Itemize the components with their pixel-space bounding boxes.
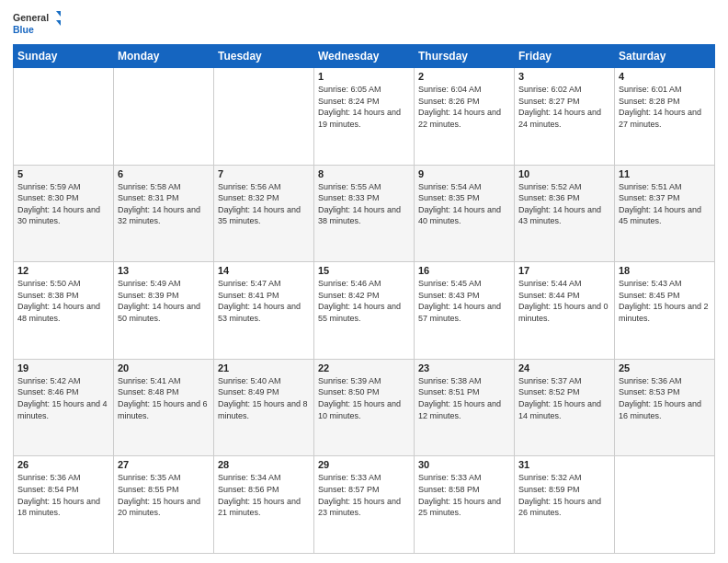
calendar-table: SundayMondayTuesdayWednesdayThursdayFrid…: [13, 44, 715, 554]
calendar-cell: [214, 68, 314, 166]
day-info: Sunrise: 5:52 AM Sunset: 8:36 PM Dayligh…: [518, 181, 610, 227]
day-info: Sunrise: 5:33 AM Sunset: 8:58 PM Dayligh…: [418, 472, 510, 518]
day-number: 8: [318, 168, 410, 179]
calendar-cell: 19Sunrise: 5:42 AM Sunset: 8:46 PM Dayli…: [14, 359, 114, 456]
day-info: Sunrise: 5:42 AM Sunset: 8:46 PM Dayligh…: [17, 375, 109, 421]
weekday-header-saturday: Saturday: [615, 45, 715, 68]
calendar-cell: 6Sunrise: 5:58 AM Sunset: 8:31 PM Daylig…: [114, 165, 214, 262]
day-info: Sunrise: 6:01 AM Sunset: 8:28 PM Dayligh…: [619, 84, 711, 130]
calendar-cell: 4Sunrise: 6:01 AM Sunset: 8:28 PM Daylig…: [615, 68, 715, 166]
day-info: Sunrise: 5:47 AM Sunset: 8:41 PM Dayligh…: [218, 278, 310, 324]
calendar-cell: 18Sunrise: 5:43 AM Sunset: 8:45 PM Dayli…: [615, 262, 715, 360]
calendar-cell: 22Sunrise: 5:39 AM Sunset: 8:50 PM Dayli…: [314, 359, 415, 456]
calendar-cell: 8Sunrise: 5:55 AM Sunset: 8:33 PM Daylig…: [314, 165, 415, 262]
calendar-cell: 23Sunrise: 5:38 AM Sunset: 8:51 PM Dayli…: [415, 359, 515, 456]
day-info: Sunrise: 5:33 AM Sunset: 8:57 PM Dayligh…: [318, 472, 410, 518]
day-info: Sunrise: 6:05 AM Sunset: 8:24 PM Dayligh…: [318, 84, 410, 130]
calendar-cell: 11Sunrise: 5:51 AM Sunset: 8:37 PM Dayli…: [615, 165, 715, 262]
day-info: Sunrise: 5:46 AM Sunset: 8:42 PM Dayligh…: [318, 278, 410, 324]
calendar-cell: [615, 456, 715, 554]
calendar-cell: 31Sunrise: 5:32 AM Sunset: 8:59 PM Dayli…: [515, 456, 615, 554]
calendar-cell: 14Sunrise: 5:47 AM Sunset: 8:41 PM Dayli…: [214, 262, 314, 360]
calendar-cell: 5Sunrise: 5:59 AM Sunset: 8:30 PM Daylig…: [14, 165, 114, 262]
logo: General Blue: [13, 9, 61, 39]
day-number: 17: [518, 265, 610, 276]
calendar-cell: 1Sunrise: 6:05 AM Sunset: 8:24 PM Daylig…: [314, 68, 415, 166]
day-info: Sunrise: 5:43 AM Sunset: 8:45 PM Dayligh…: [619, 278, 711, 324]
calendar-week-5: 26Sunrise: 5:36 AM Sunset: 8:54 PM Dayli…: [14, 456, 715, 554]
day-number: 26: [17, 459, 109, 470]
day-number: 3: [518, 71, 610, 82]
day-info: Sunrise: 5:35 AM Sunset: 8:55 PM Dayligh…: [118, 472, 210, 518]
day-number: 20: [118, 362, 210, 373]
day-number: 10: [518, 168, 610, 179]
calendar-cell: 12Sunrise: 5:50 AM Sunset: 8:38 PM Dayli…: [14, 262, 114, 360]
calendar-cell: 28Sunrise: 5:34 AM Sunset: 8:56 PM Dayli…: [214, 456, 314, 554]
calendar-cell: 27Sunrise: 5:35 AM Sunset: 8:55 PM Dayli…: [114, 456, 214, 554]
day-info: Sunrise: 5:32 AM Sunset: 8:59 PM Dayligh…: [518, 472, 610, 518]
calendar-cell: 10Sunrise: 5:52 AM Sunset: 8:36 PM Dayli…: [515, 165, 615, 262]
calendar-week-3: 12Sunrise: 5:50 AM Sunset: 8:38 PM Dayli…: [14, 262, 715, 360]
calendar-week-4: 19Sunrise: 5:42 AM Sunset: 8:46 PM Dayli…: [14, 359, 715, 456]
day-number: 30: [418, 459, 510, 470]
day-number: 23: [418, 362, 510, 373]
day-number: 16: [418, 265, 510, 276]
day-info: Sunrise: 6:02 AM Sunset: 8:27 PM Dayligh…: [518, 84, 610, 130]
day-info: Sunrise: 5:51 AM Sunset: 8:37 PM Dayligh…: [619, 181, 711, 227]
day-info: Sunrise: 5:38 AM Sunset: 8:51 PM Dayligh…: [418, 375, 510, 421]
weekday-header-row: SundayMondayTuesdayWednesdayThursdayFrid…: [14, 45, 715, 68]
day-number: 18: [619, 265, 711, 276]
day-number: 28: [218, 459, 310, 470]
day-info: Sunrise: 5:59 AM Sunset: 8:30 PM Dayligh…: [17, 181, 109, 227]
weekday-header-wednesday: Wednesday: [314, 45, 415, 68]
calendar-cell: 25Sunrise: 5:36 AM Sunset: 8:53 PM Dayli…: [615, 359, 715, 456]
day-info: Sunrise: 5:50 AM Sunset: 8:38 PM Dayligh…: [17, 278, 109, 324]
day-number: 11: [619, 168, 711, 179]
day-info: Sunrise: 5:40 AM Sunset: 8:49 PM Dayligh…: [218, 375, 310, 421]
day-number: 31: [518, 459, 610, 470]
calendar-cell: 15Sunrise: 5:46 AM Sunset: 8:42 PM Dayli…: [314, 262, 415, 360]
header: General Blue: [13, 9, 715, 39]
weekday-header-monday: Monday: [114, 45, 214, 68]
day-info: Sunrise: 5:49 AM Sunset: 8:39 PM Dayligh…: [118, 278, 210, 324]
calendar-cell: 24Sunrise: 5:37 AM Sunset: 8:52 PM Dayli…: [515, 359, 615, 456]
day-info: Sunrise: 6:04 AM Sunset: 8:26 PM Dayligh…: [418, 84, 510, 130]
day-info: Sunrise: 5:36 AM Sunset: 8:54 PM Dayligh…: [17, 472, 109, 518]
calendar-cell: [14, 68, 114, 166]
svg-text:Blue: Blue: [13, 24, 34, 35]
day-number: 24: [518, 362, 610, 373]
day-number: 12: [17, 265, 109, 276]
day-info: Sunrise: 5:37 AM Sunset: 8:52 PM Dayligh…: [518, 375, 610, 421]
calendar-cell: 7Sunrise: 5:56 AM Sunset: 8:32 PM Daylig…: [214, 165, 314, 262]
day-number: 21: [218, 362, 310, 373]
calendar-cell: 20Sunrise: 5:41 AM Sunset: 8:48 PM Dayli…: [114, 359, 214, 456]
day-number: 29: [318, 459, 410, 470]
day-number: 13: [118, 265, 210, 276]
day-info: Sunrise: 5:41 AM Sunset: 8:48 PM Dayligh…: [118, 375, 210, 421]
day-number: 14: [218, 265, 310, 276]
day-number: 5: [17, 168, 109, 179]
day-info: Sunrise: 5:56 AM Sunset: 8:32 PM Dayligh…: [218, 181, 310, 227]
weekday-header-tuesday: Tuesday: [214, 45, 314, 68]
logo-svg: General Blue: [13, 9, 61, 39]
svg-text:General: General: [13, 12, 49, 23]
day-number: 2: [418, 71, 510, 82]
svg-marker-2: [56, 11, 61, 17]
calendar-cell: 13Sunrise: 5:49 AM Sunset: 8:39 PM Dayli…: [114, 262, 214, 360]
day-number: 1: [318, 71, 410, 82]
calendar-week-2: 5Sunrise: 5:59 AM Sunset: 8:30 PM Daylig…: [14, 165, 715, 262]
calendar-cell: 2Sunrise: 6:04 AM Sunset: 8:26 PM Daylig…: [415, 68, 515, 166]
calendar-week-1: 1Sunrise: 6:05 AM Sunset: 8:24 PM Daylig…: [14, 68, 715, 166]
day-info: Sunrise: 5:45 AM Sunset: 8:43 PM Dayligh…: [418, 278, 510, 324]
calendar-cell: 9Sunrise: 5:54 AM Sunset: 8:35 PM Daylig…: [415, 165, 515, 262]
weekday-header-sunday: Sunday: [14, 45, 114, 68]
day-number: 22: [318, 362, 410, 373]
calendar-cell: 17Sunrise: 5:44 AM Sunset: 8:44 PM Dayli…: [515, 262, 615, 360]
day-info: Sunrise: 5:44 AM Sunset: 8:44 PM Dayligh…: [518, 278, 610, 324]
calendar-cell: 21Sunrise: 5:40 AM Sunset: 8:49 PM Dayli…: [214, 359, 314, 456]
calendar-cell: 3Sunrise: 6:02 AM Sunset: 8:27 PM Daylig…: [515, 68, 615, 166]
day-info: Sunrise: 5:55 AM Sunset: 8:33 PM Dayligh…: [318, 181, 410, 227]
calendar-cell: 16Sunrise: 5:45 AM Sunset: 8:43 PM Dayli…: [415, 262, 515, 360]
day-number: 6: [118, 168, 210, 179]
day-info: Sunrise: 5:36 AM Sunset: 8:53 PM Dayligh…: [619, 375, 711, 421]
